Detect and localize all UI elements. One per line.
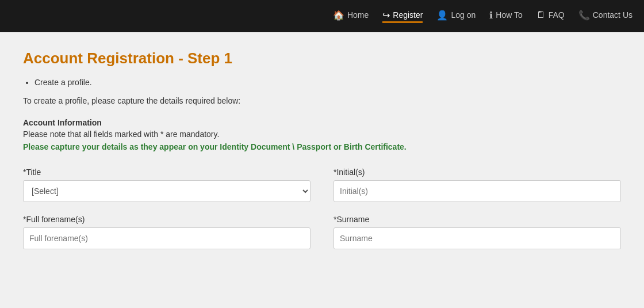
mandatory-note: Please note that all fields marked with … — [23, 130, 621, 139]
title-initials-row: *Title [Select] Mr Mrs Ms Miss Dr Prof *… — [23, 168, 621, 202]
howto-icon: ℹ — [489, 10, 493, 21]
title-select[interactable]: [Select] Mr Mrs Ms Miss Dr Prof — [23, 180, 310, 202]
register-icon: ↪ — [382, 10, 390, 21]
phone-icon: 📞 — [578, 10, 590, 21]
forename-surname-row: *Full forename(s) *Surname — [23, 215, 621, 249]
logon-icon: 👤 — [436, 10, 448, 21]
page-title: Account Registration - Step 1 — [23, 50, 621, 67]
surname-input[interactable] — [334, 227, 621, 249]
intro-list: Create a profile. — [34, 78, 621, 87]
nav-logon[interactable]: 👤 Log on — [436, 10, 476, 23]
nav-contact[interactable]: 📞 Contact Us — [578, 10, 632, 23]
intro-paragraph: To create a profile, please capture the … — [23, 96, 621, 105]
nav-faq[interactable]: 🗒 FAQ — [536, 10, 565, 22]
nav-home[interactable]: 🏠 Home — [333, 10, 369, 23]
identity-note: Please capture your details as they appe… — [23, 142, 621, 151]
surname-group: *Surname — [334, 215, 621, 249]
title-label: *Title — [23, 168, 310, 177]
initials-group: *Initial(s) — [334, 168, 621, 202]
surname-label: *Surname — [334, 215, 621, 224]
bullet-item: Create a profile. — [34, 78, 621, 87]
nav-register[interactable]: ↪ Register — [382, 10, 423, 23]
main-content: Account Registration - Step 1 Create a p… — [0, 32, 644, 308]
forename-group: *Full forename(s) — [23, 215, 310, 249]
forename-label: *Full forename(s) — [23, 215, 310, 224]
title-group: *Title [Select] Mr Mrs Ms Miss Dr Prof — [23, 168, 310, 202]
faq-icon: 🗒 — [536, 10, 546, 20]
initials-label: *Initial(s) — [334, 168, 621, 177]
initials-input[interactable] — [334, 180, 621, 202]
forename-input[interactable] — [23, 227, 310, 249]
nav-howto[interactable]: ℹ How To — [489, 10, 522, 23]
home-icon: 🏠 — [333, 10, 344, 21]
main-nav: 🏠 Home ↪ Register 👤 Log on ℹ How To 🗒 FA… — [0, 0, 644, 32]
section-title: Account Information — [23, 118, 621, 127]
